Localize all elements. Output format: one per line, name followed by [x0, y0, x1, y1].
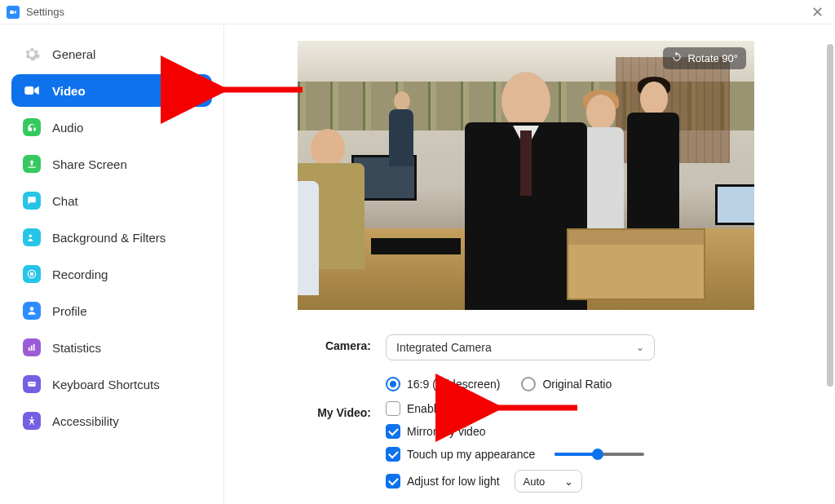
zoom-app-icon [7, 6, 20, 19]
profile-icon [23, 302, 41, 320]
sidebar-item-accessibility[interactable]: Accessibility [11, 405, 212, 437]
record-icon [23, 265, 41, 283]
chat-icon [23, 192, 41, 210]
svg-rect-10 [29, 383, 30, 384]
sidebar-item-audio[interactable]: Audio [11, 111, 212, 144]
low-light-mode-value: Auto [524, 475, 546, 488]
sidebar-item-profile[interactable]: Profile [11, 294, 212, 327]
low-light-mode-select[interactable]: Auto ⌄ [515, 470, 583, 493]
headphones-icon [23, 118, 41, 136]
aspect-ratio-wide-radio[interactable]: 16:9 (Widescreen) [386, 377, 500, 391]
video-preview: Rotate 90° [298, 41, 754, 310]
checkbox-icon [386, 424, 400, 439]
sidebar-item-label: Profile [52, 304, 87, 318]
svg-rect-8 [33, 344, 35, 351]
rotate-icon [671, 51, 683, 65]
checkbox-label: Adjust for low light [407, 475, 500, 488]
chevron-down-icon: ⌄ [564, 475, 573, 488]
touch-up-slider[interactable] [554, 453, 644, 456]
checkbox-icon [386, 447, 400, 462]
background-icon [23, 228, 41, 246]
sidebar-item-chat[interactable]: Chat [11, 184, 212, 217]
sidebar-item-background-filters[interactable]: Background & Filters [11, 221, 212, 254]
sidebar-item-label: Background & Filters [52, 231, 166, 245]
svg-rect-0 [10, 10, 14, 13]
svg-point-5 [30, 307, 34, 311]
sidebar-item-label: Audio [52, 121, 83, 135]
rotate-90-button[interactable]: Rotate 90° [663, 47, 746, 69]
rotate-label: Rotate 90° [687, 52, 738, 64]
sidebar-item-label: Statistics [52, 341, 101, 355]
radio-icon [386, 377, 400, 391]
video-icon [23, 82, 41, 99]
close-button[interactable]: ✕ [806, 5, 828, 20]
mirror-video-checkbox[interactable]: Mirror my video [386, 424, 802, 439]
titlebar: Settings ✕ [0, 0, 835, 24]
camera-selected-value: Integrated Camera [396, 341, 492, 354]
svg-rect-1 [25, 86, 33, 94]
svg-rect-12 [33, 383, 34, 384]
radio-label: Original Ratio [542, 378, 612, 391]
checkbox-label: Mirror my video [407, 425, 485, 438]
checkbox-icon [386, 474, 400, 489]
scrollbar[interactable] [827, 24, 833, 504]
sidebar-item-label: Chat [52, 194, 78, 208]
sidebar-item-statistics[interactable]: Statistics [11, 331, 212, 364]
sidebar-item-label: Accessibility [52, 414, 119, 428]
my-video-label: My Video: [298, 401, 371, 419]
sidebar-item-label: Video [52, 84, 86, 98]
svg-point-13 [31, 417, 33, 418]
sidebar-item-recording[interactable]: Recording [11, 258, 212, 290]
svg-rect-6 [29, 347, 30, 351]
radio-icon [521, 377, 536, 391]
sidebar-item-label: Share Screen [52, 157, 127, 171]
enable-hd-checkbox[interactable]: Enable HD [386, 401, 802, 416]
sidebar-item-label: General [52, 47, 95, 61]
touch-up-appearance-checkbox[interactable]: Touch up my appearance [386, 447, 802, 462]
svg-rect-11 [31, 383, 32, 384]
sidebar-item-share-screen[interactable]: Share Screen [11, 148, 212, 180]
accessibility-icon [23, 412, 41, 430]
gear-icon [23, 45, 41, 63]
scrollbar-thumb[interactable] [827, 44, 833, 387]
camera-label: Camera: [298, 334, 371, 352]
svg-rect-7 [31, 346, 33, 351]
checkbox-label: Enable HD [407, 402, 462, 415]
checkbox-label: Touch up my appearance [407, 448, 535, 461]
checkbox-icon [386, 401, 400, 416]
share-screen-icon [23, 155, 41, 173]
low-light-checkbox[interactable]: Adjust for low light Auto ⌄ [386, 470, 802, 493]
sidebar-item-label: Keyboard Shortcuts [52, 378, 160, 391]
chevron-down-icon: ⌄ [636, 342, 644, 353]
svg-point-2 [29, 235, 33, 238]
keyboard-icon [23, 375, 41, 393]
radio-label: 16:9 (Widescreen) [407, 378, 500, 391]
settings-content: Rotate 90° Camera: Integrated Camera ⌄ 1… [224, 24, 835, 504]
svg-point-4 [30, 272, 33, 276]
statistics-icon [23, 338, 41, 356]
window-title: Settings [26, 6, 64, 18]
sidebar-item-general[interactable]: General [11, 38, 212, 70]
sidebar-item-video[interactable]: Video [11, 74, 212, 107]
sidebar-item-keyboard-shortcuts[interactable]: Keyboard Shortcuts [11, 368, 212, 400]
camera-select[interactable]: Integrated Camera ⌄ [386, 334, 655, 360]
sidebar-item-label: Recording [52, 267, 108, 281]
settings-sidebar: General Video Audio Share Screen Chat [0, 24, 224, 504]
aspect-ratio-original-radio[interactable]: Original Ratio [521, 377, 612, 391]
